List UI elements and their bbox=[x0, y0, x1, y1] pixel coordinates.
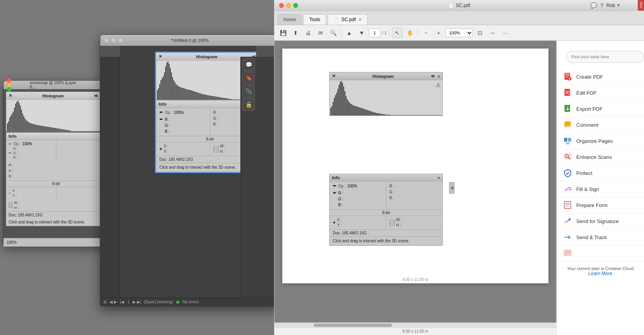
svg-rect-74 bbox=[178, 86, 179, 100]
toolbar-fit-page-btn[interactable]: ⊡ bbox=[474, 27, 485, 38]
sidebar-search-input[interactable] bbox=[566, 51, 644, 63]
svg-rect-83 bbox=[189, 90, 189, 100]
svg-rect-149 bbox=[334, 98, 335, 115]
pdf-max-btn[interactable] bbox=[293, 3, 298, 8]
svg-rect-48 bbox=[62, 129, 63, 131]
sidebar-item-comment[interactable]: Comment bbox=[557, 117, 644, 133]
sidebar-item-send-signature[interactable]: Send for Signature bbox=[557, 213, 644, 229]
tab-sc-pdf[interactable]: 📄 SC.pdf ✕ bbox=[328, 14, 368, 25]
toolbar-email-btn[interactable]: ✉ bbox=[315, 27, 326, 38]
toolbar-upload-btn[interactable]: ⬆ bbox=[290, 27, 301, 38]
sidebar-item-create-pdf[interactable]: Create PDF bbox=[557, 69, 644, 85]
toolbar-print-btn[interactable]: 🖨 bbox=[303, 27, 314, 38]
svg-rect-237 bbox=[437, 115, 438, 115]
large-histogram-close[interactable]: ✕ bbox=[159, 54, 162, 59]
svg-rect-254 bbox=[566, 142, 570, 144]
svg-rect-253 bbox=[568, 138, 571, 142]
svg-rect-21 bbox=[31, 123, 31, 131]
svg-rect-154 bbox=[340, 82, 341, 115]
toolbar-cursor-btn[interactable]: ↖ bbox=[392, 27, 403, 38]
protect-label: Protect bbox=[576, 170, 592, 176]
toolbar-save-btn[interactable]: 💾 bbox=[278, 27, 289, 38]
toolbar-more-btn[interactable]: ··· bbox=[500, 27, 511, 38]
pdf-content-area[interactable]: ✕ Histogram ≪ ≡ bbox=[274, 41, 556, 322]
pdf-titlebar: 📄 SC.pdf 💬 ? Rob ▼ DES bbox=[274, 0, 644, 11]
pdf-hist-close[interactable]: ✕ bbox=[332, 74, 336, 79]
toolbar-hand-btn[interactable]: ✋ bbox=[404, 27, 415, 38]
pdf-hist-collapse[interactable]: ≪ bbox=[431, 74, 435, 78]
sidebar-item-edit-pdf[interactable]: Edit PDF bbox=[557, 85, 644, 101]
svg-rect-262 bbox=[564, 250, 571, 256]
svg-rect-158 bbox=[345, 91, 345, 115]
sidebar-learn-more[interactable]: Learn More bbox=[563, 271, 638, 276]
main-ps-close[interactable] bbox=[104, 38, 109, 43]
pdf-comment-btn[interactable]: 💬 bbox=[590, 2, 597, 9]
pdf-scroll-thumb[interactable] bbox=[314, 324, 392, 327]
toolbar-zoom-in-btn[interactable]: + bbox=[433, 27, 444, 38]
edit-pdf-label: Edit PDF bbox=[576, 90, 597, 96]
small-histogram-collapse[interactable]: ≪ bbox=[94, 94, 98, 98]
pdf-help-btn[interactable]: ? bbox=[600, 2, 603, 9]
prepare-form-label: Prepare Form bbox=[576, 202, 608, 208]
pdf-close-btn[interactable] bbox=[279, 3, 284, 8]
toolbar-fit-width-btn[interactable]: ↔ bbox=[487, 27, 498, 38]
comment-icon bbox=[563, 120, 572, 130]
pdf-hist-menu[interactable]: ≡ bbox=[438, 74, 440, 79]
pdf-histogram-canvas: ⚠ bbox=[330, 80, 442, 115]
page-number-input[interactable] bbox=[369, 29, 381, 37]
ps-panel-btn-1[interactable]: 💬 bbox=[242, 58, 255, 71]
tab-home[interactable]: Home bbox=[278, 14, 302, 25]
svg-rect-54 bbox=[69, 130, 70, 131]
sidebar-item-fill-sign[interactable]: Fill & Sign bbox=[557, 181, 644, 197]
zoom-select[interactable]: 100% 75% 50% 125% 150% bbox=[446, 29, 473, 37]
svg-rect-60 bbox=[162, 78, 162, 100]
main-ps-traffic-lights bbox=[104, 38, 123, 43]
pdf-scrollbar-bottom[interactable] bbox=[274, 322, 556, 327]
svg-rect-171 bbox=[360, 108, 361, 115]
sidebar-item-extra[interactable] bbox=[557, 245, 644, 261]
ps-panel-btn-2[interactable]: 🔖 bbox=[242, 72, 255, 84]
screencap-min-btn[interactable] bbox=[7, 83, 11, 87]
sidebar-item-organize-pages[interactable]: Organize Pages bbox=[557, 133, 644, 149]
sidebar-collapse-arrow[interactable]: ◀ bbox=[449, 182, 455, 194]
sidebar-item-export-pdf[interactable]: Export PDF bbox=[557, 101, 644, 117]
toolbar-search-btn[interactable]: 🔍 bbox=[328, 27, 339, 38]
sidebar-item-send-track[interactable]: Send & Track bbox=[557, 229, 644, 245]
svg-rect-213 bbox=[409, 115, 410, 115]
screencap-close-btn[interactable] bbox=[7, 78, 11, 83]
svg-rect-199 bbox=[393, 115, 393, 115]
svg-rect-44 bbox=[58, 128, 58, 131]
ps-panel-btn-3[interactable]: 📎 bbox=[242, 85, 255, 97]
svg-rect-121 bbox=[233, 99, 234, 100]
main-ps-min[interactable] bbox=[111, 38, 116, 43]
tab-tools[interactable]: Tools bbox=[303, 14, 326, 25]
small-info-right: R : G : B : bbox=[6, 161, 56, 180]
svg-rect-31 bbox=[42, 126, 43, 131]
small-op-label: Op : bbox=[13, 142, 21, 146]
ps-panel-btn-4[interactable]: 🔒 bbox=[242, 98, 255, 111]
svg-rect-71 bbox=[175, 82, 175, 100]
main-ps-max[interactable] bbox=[118, 38, 123, 43]
sidebar-item-protect[interactable]: Protect bbox=[557, 165, 644, 181]
pdf-user-btn[interactable]: Rob ▼ bbox=[606, 3, 621, 8]
small-click-drag: Click and drag to interact with the 3D s… bbox=[6, 218, 106, 226]
svg-rect-178 bbox=[368, 110, 369, 115]
sidebar-item-enhance-scans[interactable]: Enhance Scans bbox=[557, 149, 644, 165]
ps-no-errors: No errors bbox=[182, 300, 199, 304]
svg-rect-67 bbox=[170, 68, 171, 100]
extra-icon bbox=[563, 249, 572, 258]
create-pdf-icon bbox=[563, 72, 572, 81]
sidebar-item-prepare-form[interactable]: Prepare Form bbox=[557, 197, 644, 213]
pdf-click-drag: Click and drag to interact with the 3D s… bbox=[330, 237, 442, 245]
small-histogram-close[interactable]: ✕ bbox=[9, 93, 12, 98]
pdf-info-menu[interactable]: ≡ bbox=[438, 175, 440, 180]
toolbar-zoom-out-btn[interactable]: − bbox=[420, 27, 431, 38]
svg-rect-84 bbox=[190, 90, 191, 100]
svg-rect-70 bbox=[173, 80, 174, 100]
toolbar-prev-btn[interactable]: ▲ bbox=[344, 27, 355, 38]
toolbar-next-btn[interactable]: ▼ bbox=[356, 27, 367, 38]
svg-rect-27 bbox=[38, 125, 38, 131]
pdf-min-btn[interactable] bbox=[286, 3, 291, 8]
tab-close-icon[interactable]: ✕ bbox=[358, 17, 362, 22]
pdf-bottom-info: 8.50 x 11.00 in bbox=[274, 327, 556, 335]
